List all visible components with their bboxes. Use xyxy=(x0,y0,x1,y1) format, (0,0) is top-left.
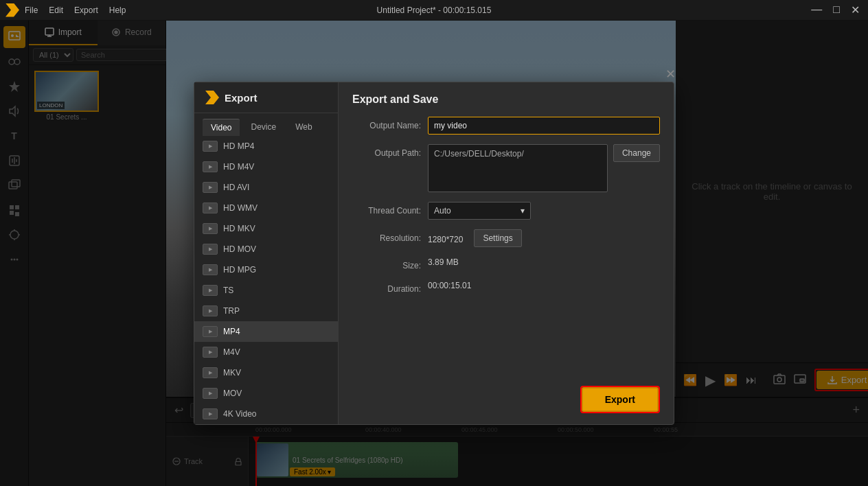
dialog-tabs: Video Device Web xyxy=(194,113,338,136)
duration-label: Duration: xyxy=(352,280,428,294)
size-label: Size: xyxy=(352,257,428,270)
dialog-close-button[interactable]: ✕ xyxy=(665,67,676,82)
resolution-label: Resolution: xyxy=(352,229,428,243)
title-left-group: File Edit Export Help xyxy=(5,3,126,17)
format-icon: ▶ xyxy=(203,244,218,255)
resolution-field: 1280*720 Settings xyxy=(428,229,660,247)
size-row: Size: 3.89 MB xyxy=(352,257,660,270)
resolution-value: 1280*720 xyxy=(428,232,463,244)
output-path-label: Output Path: xyxy=(352,144,428,158)
dialog-section-title: Export and Save xyxy=(352,93,660,106)
duration-row: Duration: 00:00:15.01 xyxy=(352,280,660,294)
window-title: Untitled Project* - 00:00:15.015 xyxy=(377,5,492,15)
titlebar: File Edit Export Help Untitled Project* … xyxy=(0,0,868,21)
size-field: 3.89 MB xyxy=(428,257,660,267)
format-item-mp4[interactable]: ▶MP4 xyxy=(194,321,338,342)
format-item-hd-mkv[interactable]: ▶HD MKV xyxy=(194,218,338,239)
menu-export[interactable]: Export xyxy=(74,5,98,15)
output-name-row: Output Name: xyxy=(352,117,660,135)
format-list: ▶HD MP4▶HD M4V▶HD AVI▶HD WMV▶HD MKV▶HD M… xyxy=(194,136,338,424)
size-value: 3.89 MB xyxy=(428,255,459,267)
menu-edit[interactable]: Edit xyxy=(49,5,63,15)
menu-bar: File Edit Export Help xyxy=(25,5,126,15)
format-icon: ▶ xyxy=(203,202,218,213)
output-path-field: C:/Users/DELL/Desktop/ Change xyxy=(428,144,660,192)
dialog-title: Export xyxy=(225,92,258,104)
export-dialog: Export Video Device Web ▶HD MP4▶HD M4V▶H… xyxy=(194,82,674,425)
output-name-field xyxy=(428,117,660,135)
dialog-wrapper: Export Video Device Web ▶HD MP4▶HD M4V▶H… xyxy=(194,82,674,425)
export-dialog-button[interactable]: Export xyxy=(582,387,659,412)
thread-count-select[interactable]: Auto ▾ xyxy=(428,202,531,220)
format-icon: ▶ xyxy=(203,182,218,193)
format-icon: ▶ xyxy=(203,223,218,234)
dialog-logo xyxy=(205,91,219,104)
format-item-hd-avi[interactable]: ▶HD AVI xyxy=(194,177,338,198)
format-icon: ▶ xyxy=(203,326,218,337)
format-item-hd-mp4[interactable]: ▶HD MP4 xyxy=(194,136,338,157)
output-name-label: Output Name: xyxy=(352,117,428,130)
format-icon: ▶ xyxy=(203,264,218,275)
format-icon: ▶ xyxy=(203,388,218,399)
format-item-mkv[interactable]: ▶MKV xyxy=(194,362,338,383)
dialog-overlay: Export Video Device Web ▶HD MP4▶HD M4V▶H… xyxy=(0,21,868,486)
maximize-button[interactable]: □ xyxy=(830,3,843,16)
dialog-tab-device[interactable]: Device xyxy=(242,119,284,136)
format-item-hd-mpg[interactable]: ▶HD MPG xyxy=(194,259,338,280)
format-icon: ▶ xyxy=(203,367,218,378)
output-path-row: Output Path: C:/Users/DELL/Desktop/ Chan… xyxy=(352,144,660,192)
menu-file[interactable]: File xyxy=(25,5,38,15)
format-item-hd-m4v[interactable]: ▶HD M4V xyxy=(194,157,338,177)
dialog-header: Export xyxy=(194,82,338,113)
format-icon: ▶ xyxy=(203,305,218,316)
dialog-tab-video[interactable]: Video xyxy=(203,119,240,136)
format-item-trp[interactable]: ▶TRP xyxy=(194,301,338,321)
export-dialog-btn-border: Export xyxy=(580,386,660,413)
thread-count-field: Auto ▾ xyxy=(428,202,660,220)
format-icon: ▶ xyxy=(203,408,218,419)
format-icon: ▶ xyxy=(203,285,218,296)
dialog-tab-web[interactable]: Web xyxy=(287,119,320,136)
dialog-format-panel: Export Video Device Web ▶HD MP4▶HD M4V▶H… xyxy=(194,82,339,424)
window-controls: — □ ✕ xyxy=(808,3,863,16)
dialog-footer: Export xyxy=(352,375,660,413)
duration-field: 00:00:15.01 xyxy=(428,280,660,290)
minimize-button[interactable]: — xyxy=(808,3,825,16)
format-item-4k-video[interactable]: ▶4K Video xyxy=(194,404,338,424)
output-path-display: C:/Users/DELL/Desktop/ xyxy=(428,144,608,192)
output-name-input[interactable] xyxy=(428,117,660,135)
format-item-hd-mov[interactable]: ▶HD MOV xyxy=(194,239,338,259)
format-icon: ▶ xyxy=(203,141,218,152)
thread-count-label: Thread Count: xyxy=(352,202,428,216)
format-item-ts[interactable]: ▶TS xyxy=(194,280,338,301)
format-item-mov[interactable]: ▶MOV xyxy=(194,383,338,404)
thread-count-row: Thread Count: Auto ▾ xyxy=(352,202,660,220)
close-button[interactable]: ✕ xyxy=(848,3,863,16)
format-item-m4v[interactable]: ▶M4V xyxy=(194,342,338,362)
format-icon: ▶ xyxy=(203,161,218,172)
format-icon: ▶ xyxy=(203,347,218,358)
format-item-hd-wmv[interactable]: ▶HD WMV xyxy=(194,198,338,218)
menu-help[interactable]: Help xyxy=(109,5,126,15)
app-logo xyxy=(5,3,19,17)
resolution-settings-button[interactable]: Settings xyxy=(474,229,521,247)
duration-value: 00:00:15.01 xyxy=(428,278,471,290)
resolution-row: Resolution: 1280*720 Settings xyxy=(352,229,660,247)
output-name-input-wrapper xyxy=(428,117,660,135)
change-path-button[interactable]: Change xyxy=(613,144,660,162)
dialog-settings-panel: Export and Save Output Name: Output Path… xyxy=(339,82,674,424)
